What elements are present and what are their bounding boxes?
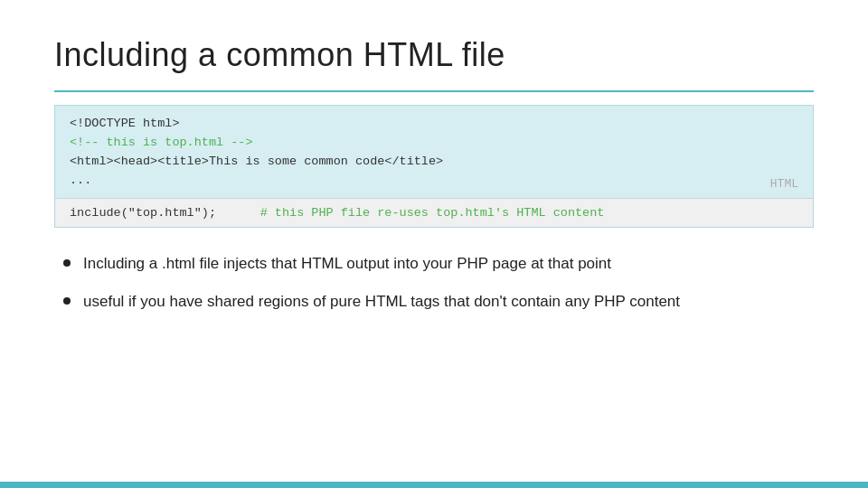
bullet-dot-1 xyxy=(63,259,71,267)
bullets-section: Including a .html file injects that HTML… xyxy=(54,253,814,314)
bullet-item-2: useful if you have shared regions of pur… xyxy=(63,291,805,314)
bottom-bar xyxy=(0,482,868,488)
slide: Including a common HTML file <!DOCTYPE h… xyxy=(0,0,868,488)
slide-title: Including a common HTML file xyxy=(54,36,814,74)
bullet-text-1: Including a .html file injects that HTML… xyxy=(83,253,805,276)
title-divider xyxy=(54,90,814,92)
code-php-text: include("top.html"); # this PHP file re-… xyxy=(70,206,798,220)
bullet-item-1: Including a .html file injects that HTML… xyxy=(63,253,805,276)
html-badge: HTML xyxy=(770,177,798,191)
code-php-section: include("top.html"); # this PHP file re-… xyxy=(55,198,813,227)
bullet-text-2: useful if you have shared regions of pur… xyxy=(83,291,805,314)
code-html-text: <!DOCTYPE html> <!-- this is top.html --… xyxy=(70,115,798,191)
code-block: <!DOCTYPE html> <!-- this is top.html --… xyxy=(54,105,814,228)
bullet-dot-2 xyxy=(63,297,71,305)
code-html-section: <!DOCTYPE html> <!-- this is top.html --… xyxy=(55,106,813,198)
